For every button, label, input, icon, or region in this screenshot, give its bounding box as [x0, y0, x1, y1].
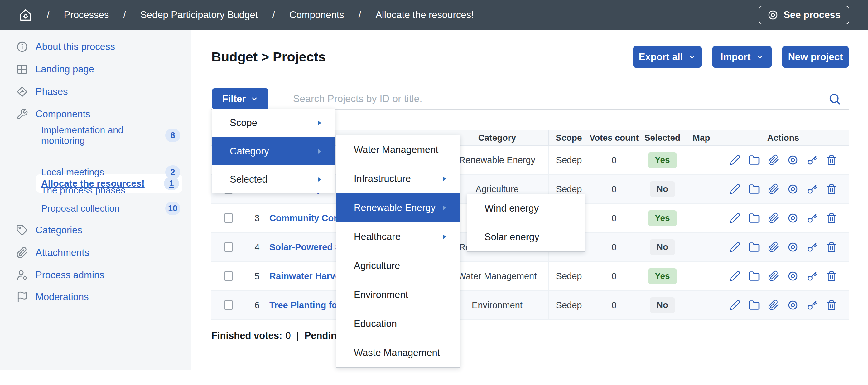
filter-menu-item-selected[interactable]: Selected	[212, 165, 335, 193]
search-input[interactable]: Search Projects by ID or title.	[293, 88, 804, 109]
row-map-cell	[686, 262, 717, 291]
attachment-icon[interactable]	[768, 212, 779, 224]
project-title-link[interactable]: Solar-Powered S	[269, 242, 341, 253]
sidebar-item-components[interactable]: Components	[16, 107, 90, 121]
submenu-arrow-icon	[440, 203, 448, 212]
row-checkbox[interactable]	[224, 271, 233, 281]
folder-icon[interactable]	[749, 270, 760, 282]
sidebar-item-proposal-collection[interactable]: Proposal collection 10	[41, 202, 180, 215]
delete-icon[interactable]	[826, 241, 837, 253]
breadcrumb-processes[interactable]: Processes	[64, 9, 109, 21]
project-title-link[interactable]: Rainwater Harve	[269, 271, 340, 282]
breadcrumb-current-component[interactable]: Allocate the resources!	[375, 9, 474, 21]
category-item-healthcare[interactable]: Healthcare	[336, 222, 460, 251]
import-button[interactable]: Import	[712, 46, 772, 68]
delete-icon[interactable]	[826, 154, 837, 166]
folder-icon[interactable]	[749, 299, 760, 311]
export-all-button[interactable]: Export all	[633, 46, 702, 68]
preview-icon[interactable]	[787, 299, 799, 311]
finished-votes-label: Finished votes:	[211, 330, 282, 341]
new-project-button[interactable]: New project	[782, 46, 849, 68]
attachment-icon[interactable]	[768, 183, 779, 195]
folder-icon[interactable]	[749, 183, 760, 195]
sidebar-item-attachments[interactable]: Attachments	[16, 246, 89, 260]
sidebar-item-label: Phases	[35, 86, 68, 97]
home-icon[interactable]	[19, 8, 32, 22]
sidebar-item-phases[interactable]: Phases	[16, 85, 68, 98]
category-item-renewable-energy[interactable]: Renewable Energy	[336, 193, 460, 222]
menu-item-label: Solar energy	[485, 232, 539, 243]
row-votes-count: 0	[589, 291, 639, 320]
filter-button[interactable]: Filter	[212, 88, 269, 109]
breadcrumb-process-name[interactable]: Sedep Participatory Budget	[140, 9, 258, 21]
folder-icon[interactable]	[749, 212, 760, 224]
folder-icon[interactable]	[749, 154, 760, 166]
breadcrumb-separator: /	[123, 9, 126, 21]
attachment-icon[interactable]	[768, 154, 779, 166]
edit-icon[interactable]	[729, 212, 741, 224]
renewable-energy-submenu: Wind energy Solar energy	[467, 194, 585, 252]
see-process-button[interactable]: See process	[758, 6, 849, 24]
filter-dropdown-menu: Scope Category Selected	[212, 109, 335, 194]
sidebar-item-landing-page[interactable]: Landing page	[16, 62, 94, 76]
row-checkbox[interactable]	[224, 242, 233, 252]
sidebar-item-process-admins[interactable]: Process admins	[16, 268, 104, 282]
category-item-water-management[interactable]: Water Management	[336, 135, 460, 164]
sidebar-item-implementation-monitoring[interactable]: Implementation and monitoring 8	[41, 128, 180, 142]
delete-icon[interactable]	[826, 299, 837, 311]
category-item-agriculture[interactable]: Agriculture	[336, 251, 460, 280]
category-item-education[interactable]: Education	[336, 309, 460, 338]
breadcrumb-components[interactable]: Components	[289, 9, 344, 21]
permissions-key-icon[interactable]	[807, 154, 818, 166]
delete-icon[interactable]	[826, 183, 837, 195]
subcategory-item-solar-energy[interactable]: Solar energy	[467, 223, 585, 251]
row-actions	[717, 146, 849, 175]
search-placeholder: Search Projects by ID or title.	[293, 93, 422, 105]
preview-icon[interactable]	[787, 241, 799, 253]
preview-icon[interactable]	[787, 183, 799, 195]
attachment-icon[interactable]	[768, 241, 779, 253]
permissions-key-icon[interactable]	[807, 241, 818, 253]
sidebar-item-label: Attachments	[35, 247, 89, 258]
project-title-link[interactable]: Tree Planting fo	[269, 300, 337, 310]
sidebar-item-about[interactable]: About this process	[16, 40, 115, 54]
import-label: Import	[720, 52, 750, 63]
row-id: 4	[246, 233, 268, 262]
row-checkbox[interactable]	[224, 213, 233, 223]
preview-icon[interactable]	[787, 212, 799, 224]
menu-item-label: Environment	[354, 289, 408, 300]
preview-icon[interactable]	[787, 270, 799, 282]
edit-icon[interactable]	[729, 241, 741, 253]
edit-icon[interactable]	[729, 270, 741, 282]
category-item-waste-management[interactable]: Waste Management	[336, 338, 460, 367]
filter-menu-item-scope[interactable]: Scope	[212, 109, 335, 137]
permissions-key-icon[interactable]	[807, 270, 818, 282]
header-votes-count: Votes count	[589, 130, 639, 146]
permissions-key-icon[interactable]	[807, 299, 818, 311]
menu-item-label: Infrastructure	[354, 173, 411, 184]
delete-icon[interactable]	[826, 212, 837, 224]
permissions-key-icon[interactable]	[807, 183, 818, 195]
attachment-icon[interactable]	[768, 299, 779, 311]
search-icon[interactable]	[828, 92, 841, 106]
edit-icon[interactable]	[729, 183, 741, 195]
attachment-icon[interactable]	[768, 270, 779, 282]
row-checkbox[interactable]	[224, 300, 233, 310]
category-item-environment[interactable]: Environment	[336, 280, 460, 309]
project-title-link[interactable]: Community Con	[269, 213, 339, 224]
permissions-key-icon[interactable]	[807, 212, 818, 224]
edit-icon[interactable]	[729, 299, 741, 311]
subcategory-item-wind-energy[interactable]: Wind energy	[467, 194, 585, 223]
sidebar-item-categories[interactable]: Categories	[16, 224, 82, 237]
delete-icon[interactable]	[826, 270, 837, 282]
edit-icon[interactable]	[729, 154, 741, 166]
selected-badge: No	[650, 239, 675, 255]
sidebar-item-process-phases[interactable]: The process phases	[41, 183, 180, 197]
submenu-arrow-icon	[315, 119, 323, 127]
sidebar-item-moderations[interactable]: Moderations	[16, 290, 89, 304]
folder-icon[interactable]	[749, 241, 760, 253]
filter-menu-item-category[interactable]: Category	[212, 137, 335, 165]
preview-icon[interactable]	[787, 154, 799, 166]
sidebar-item-local-meetings[interactable]: Local meetings 2	[41, 165, 180, 179]
category-item-infrastructure[interactable]: Infrastructure	[336, 164, 460, 193]
